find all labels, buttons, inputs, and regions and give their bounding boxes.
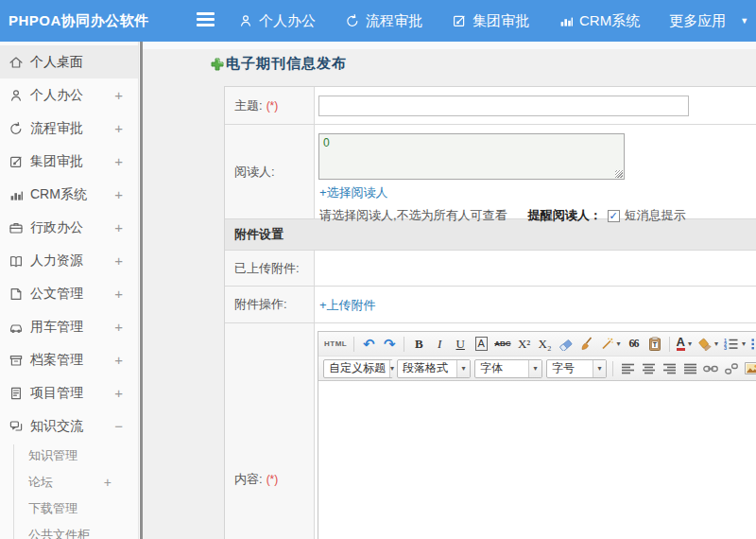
button-glyph: I [438, 337, 441, 352]
paragraph-select[interactable]: 段落格式▾ [397, 359, 471, 378]
page-title: 电子期刊信息发布 [211, 55, 347, 73]
uploaded-attachments-value [315, 251, 756, 286]
resize-handle-icon[interactable] [615, 170, 623, 178]
align-center-button[interactable] [639, 359, 658, 378]
nav-item-4[interactable]: CRM系统 [558, 12, 640, 30]
blockquote-button[interactable]: 66 [625, 335, 644, 354]
sidebar-item-3[interactable]: 流程审批+ [0, 112, 138, 145]
justify-button[interactable] [680, 359, 699, 378]
unlink-button[interactable] [722, 359, 741, 378]
required-mark: (*) [266, 99, 279, 113]
expand-icon[interactable]: + [114, 87, 123, 103]
button-glyph: U [456, 337, 465, 352]
expand-icon[interactable]: + [114, 186, 123, 202]
select-label: 自定义标题 [329, 360, 386, 376]
border-a-button[interactable]: A [472, 335, 490, 354]
button-glyph: A [475, 337, 488, 351]
redo-button[interactable]: ↷ [380, 335, 399, 354]
strikethrough-button[interactable]: ABC [492, 335, 512, 354]
required-mark: (*) [266, 473, 279, 486]
align-left-button[interactable] [618, 359, 637, 378]
subject-label: 主题: (*) [225, 87, 315, 124]
expand-icon[interactable]: + [114, 286, 123, 302]
nav-item-2[interactable]: 流程审批 [345, 12, 422, 30]
nav-item-3[interactable]: 集团审批 [452, 12, 529, 30]
sidebar-item-7[interactable]: 人力资源+ [0, 244, 138, 277]
font-family-select[interactable]: 字体▾ [474, 359, 542, 378]
doc-icon [9, 287, 24, 302]
sidebar-item-label: 项目管理 [30, 385, 83, 402]
sidebar-item-1[interactable]: 个人桌面 [0, 45, 138, 78]
expand-icon[interactable]: + [114, 153, 123, 169]
unlink-icon [725, 363, 738, 374]
sidebar-subitem-4[interactable]: 公共文件柜 [0, 522, 138, 539]
subject-input[interactable] [318, 96, 689, 116]
sidebar-subitem-1[interactable]: 知识管理 [0, 443, 138, 469]
sidebar-item-label: 知识交流 [30, 418, 83, 435]
heading-select[interactable]: 自定义标题▾ [323, 359, 393, 378]
underline-button[interactable]: U [451, 335, 470, 354]
subscript-button[interactable]: X₂ [536, 335, 555, 354]
sidebar-item-12[interactable]: 知识交流− [0, 409, 138, 443]
sidebar-item-10[interactable]: 档案管理+ [0, 343, 138, 376]
sms-checkbox[interactable]: ✓ [608, 210, 620, 222]
editor-content-area[interactable] [318, 381, 756, 539]
image-button[interactable] [743, 359, 756, 378]
unordered-list-icon [751, 338, 756, 350]
marker-icon [697, 337, 712, 351]
hamburger-menu-icon[interactable] [197, 12, 215, 28]
sidebar-subitem-2[interactable]: 论坛+ [0, 469, 138, 496]
briefcase-icon [9, 220, 24, 235]
sidebar-item-2[interactable]: 个人办公+ [0, 78, 138, 112]
superscript-button[interactable]: X² [515, 335, 534, 354]
quick-format-button[interactable]: ▾ [598, 335, 623, 354]
readers-textarea[interactable]: 0 [318, 133, 625, 180]
undo-button[interactable]: ↶ [359, 335, 378, 354]
top-bar: PHPOA协同办公软件 个人办公流程审批集团审批CRM系统更多应用▼ [0, 0, 756, 42]
align-right-button[interactable] [660, 359, 679, 378]
expand-icon[interactable]: + [114, 319, 123, 335]
edit-icon [452, 13, 467, 28]
nav-item-5[interactable]: 更多应用▼ [669, 12, 748, 30]
clipboard-icon: T [648, 337, 662, 351]
font-size-select[interactable]: 字号▾ [546, 359, 607, 378]
chevron-down-icon: ▾ [456, 360, 470, 377]
sidebar-item-11[interactable]: 项目管理+ [0, 376, 138, 409]
remove-format-button[interactable] [557, 335, 576, 354]
expand-icon[interactable]: + [104, 475, 112, 490]
expand-icon[interactable]: + [114, 252, 123, 269]
nav-item-1[interactable]: 个人办公 [238, 12, 316, 30]
highlight-color-button[interactable]: ▾ [696, 335, 720, 354]
bold-button[interactable]: B [409, 335, 428, 354]
collapse-icon[interactable]: − [114, 418, 123, 434]
italic-button[interactable]: I [430, 335, 449, 354]
expand-icon[interactable]: + [114, 352, 123, 368]
sidebar-item-4[interactable]: 集团审批+ [0, 145, 138, 178]
archive-icon [9, 353, 24, 368]
readers-label: 阅读人: [225, 125, 315, 218]
expand-icon[interactable]: + [114, 219, 123, 235]
main-content: 电子期刊信息发布 主题: (*) 阅读人: 0 +选择阅读人 [143, 42, 756, 539]
chevron-down-icon: ▾ [528, 360, 541, 377]
sidebar-item-8[interactable]: 公文管理+ [0, 277, 138, 310]
unordered-list-button[interactable] [749, 335, 756, 354]
sidebar-item-9[interactable]: 用车管理+ [0, 310, 138, 343]
sidebar-item-5[interactable]: CRM系统+ [0, 178, 138, 211]
html-source-button[interactable]: HTML [322, 335, 349, 354]
sidebar-subitem-3[interactable]: 下载管理 [0, 496, 138, 522]
expand-icon[interactable]: + [114, 120, 123, 136]
ordered-list-button[interactable]: 123▾ [722, 335, 747, 354]
link-button[interactable] [701, 359, 720, 378]
select-label: 段落格式 [403, 360, 448, 376]
expand-icon[interactable]: + [114, 385, 123, 401]
chevron-down-icon: ▾ [742, 339, 746, 348]
font-color-button[interactable]: A▾ [675, 335, 694, 354]
history-icon [9, 121, 24, 136]
paste-text-button[interactable]: T [645, 335, 664, 354]
upload-attachment-link[interactable]: +上传附件 [319, 297, 376, 314]
sidebar-item-label: 档案管理 [30, 352, 83, 369]
select-readers-link[interactable]: +选择阅读人 [319, 184, 388, 201]
format-brush-button[interactable] [577, 335, 596, 354]
readers-hint: 请选择阅读人,不选为所有人可查看 [319, 207, 507, 224]
sidebar-item-6[interactable]: 行政办公+ [0, 211, 138, 244]
